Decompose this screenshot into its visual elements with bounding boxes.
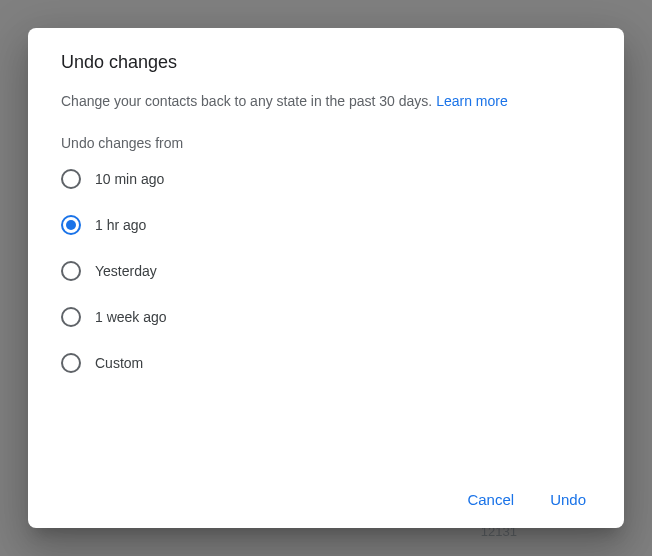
radio-label: 10 min ago bbox=[95, 171, 164, 187]
dialog-actions: Cancel Undo bbox=[52, 467, 600, 516]
description-text: Change your contacts back to any state i… bbox=[61, 93, 436, 109]
radio-icon bbox=[61, 169, 81, 189]
undo-button[interactable]: Undo bbox=[536, 483, 600, 516]
radio-label: Yesterday bbox=[95, 263, 157, 279]
radio-label: 1 week ago bbox=[95, 309, 167, 325]
radio-icon bbox=[61, 307, 81, 327]
radio-option-custom[interactable]: Custom bbox=[61, 353, 600, 373]
radio-label: 1 hr ago bbox=[95, 217, 146, 233]
undo-from-radio-group: 10 min ago 1 hr ago Yesterday 1 week ago… bbox=[52, 169, 600, 373]
radio-option-10min[interactable]: 10 min ago bbox=[61, 169, 600, 189]
dialog-description: Change your contacts back to any state i… bbox=[52, 93, 600, 109]
undo-changes-dialog: Undo changes Change your contacts back t… bbox=[28, 28, 624, 528]
radio-icon bbox=[61, 261, 81, 281]
form-label: Undo changes from bbox=[52, 135, 600, 151]
radio-icon bbox=[61, 353, 81, 373]
radio-option-yesterday[interactable]: Yesterday bbox=[61, 261, 600, 281]
learn-more-link[interactable]: Learn more bbox=[436, 93, 508, 109]
radio-icon bbox=[61, 215, 81, 235]
radio-option-1hr[interactable]: 1 hr ago bbox=[61, 215, 600, 235]
cancel-button[interactable]: Cancel bbox=[453, 483, 528, 516]
radio-label: Custom bbox=[95, 355, 143, 371]
dialog-title: Undo changes bbox=[52, 52, 600, 73]
radio-option-1week[interactable]: 1 week ago bbox=[61, 307, 600, 327]
